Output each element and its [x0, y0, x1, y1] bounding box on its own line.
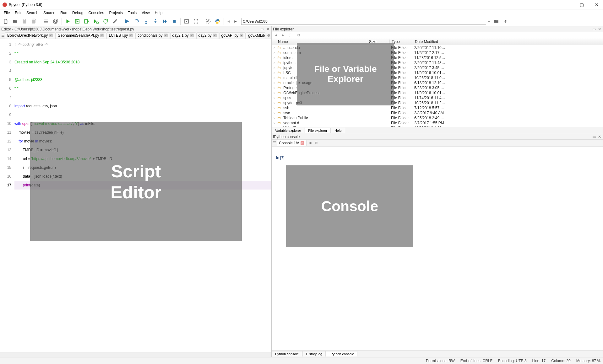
toolbar: @ ◄ ► C:\Users\jd2383 ▾ — [0, 16, 603, 26]
stop-debug-icon[interactable] — [170, 17, 179, 26]
menu-search[interactable]: Search — [24, 10, 41, 16]
run-cell-advance-icon[interactable] — [82, 17, 91, 26]
menu-help[interactable]: Help — [152, 10, 165, 16]
console-prompt: In [7]: — [276, 156, 285, 160]
step-return-icon[interactable] — [151, 17, 160, 26]
outline-icon[interactable] — [42, 17, 51, 26]
menu-run[interactable]: Run — [58, 10, 70, 16]
run-selection-icon[interactable] — [92, 17, 100, 26]
status-memory: Memory: 87 % — [576, 359, 600, 363]
nav-back-icon[interactable]: ◄ — [225, 18, 232, 24]
step-into-icon[interactable] — [142, 17, 150, 26]
tab-options-icon[interactable]: ⚙ — [266, 33, 271, 38]
options-icon[interactable]: ⚙ — [296, 33, 301, 38]
close-button[interactable]: ✕ — [593, 2, 600, 7]
minimize-button[interactable]: — — [563, 2, 570, 7]
overlay-file-explorer: File or Variable Explorer — [297, 43, 394, 105]
file-row[interactable]: ›🗀.VirtualBoxFile Folder10/25/2018 1:05… — [272, 126, 603, 127]
parent-dir-icon[interactable] — [501, 17, 510, 26]
undock-icon[interactable]: ▭ — [592, 27, 596, 31]
fullscreen-icon[interactable] — [192, 17, 200, 26]
configure-icon[interactable] — [111, 17, 119, 26]
console-bottom-tab[interactable]: IPython console — [326, 351, 357, 356]
maximize-button[interactable]: ▢ — [578, 2, 585, 7]
debug-icon[interactable] — [123, 17, 132, 26]
tab-list-icon[interactable]: ☰ — [1, 33, 5, 38]
editor-tab[interactable]: govXMLdownload.py✕ — [246, 32, 265, 39]
menu-debug[interactable]: Debug — [70, 10, 86, 16]
step-over-icon[interactable] — [132, 17, 141, 26]
new-file-icon[interactable] — [1, 17, 10, 26]
console-title: IPython console — [273, 135, 300, 139]
explorer-tab[interactable]: File explorer — [305, 128, 331, 133]
editor-tab[interactable]: GeonamesSearchAPI.py✕ — [55, 32, 106, 39]
code-editor[interactable]: 1234567891011121314151617 # -*- coding: … — [0, 39, 271, 352]
save-icon[interactable] — [20, 17, 29, 26]
close-tab-icon[interactable]: ✕ — [240, 34, 243, 37]
browse-icon[interactable] — [492, 17, 501, 26]
explorer-tab[interactable]: Help — [331, 128, 345, 133]
menu-projects[interactable]: Projects — [107, 10, 125, 16]
close-tab-icon[interactable]: ✕ — [129, 34, 133, 37]
svg-rect-7 — [173, 20, 176, 23]
run-cell-icon[interactable] — [73, 17, 82, 26]
menu-consoles[interactable]: Consoles — [86, 10, 106, 16]
run-icon[interactable] — [63, 17, 72, 26]
console-tab[interactable]: Console 1/A✕ — [277, 140, 307, 146]
stop-console-icon[interactable]: ■ — [308, 141, 312, 145]
status-eol: End-of-lines: CRLF — [460, 359, 492, 363]
close-tab-icon[interactable]: ✕ — [100, 34, 104, 37]
file-row[interactable]: ›🗀.Tableau PublicFile Folder6/25/2018 2:… — [272, 115, 603, 120]
open-file-icon[interactable] — [11, 17, 19, 26]
python-path-icon[interactable] — [213, 17, 222, 26]
close-tab-icon[interactable]: ✕ — [49, 34, 53, 37]
close-pane-icon[interactable]: ✕ — [266, 27, 270, 31]
svg-rect-0 — [24, 19, 25, 20]
close-tab-icon[interactable]: ✕ — [190, 34, 194, 37]
at-icon[interactable]: @ — [51, 17, 60, 26]
editor-tab[interactable]: conditionals.py✕ — [135, 32, 170, 39]
file-tree[interactable]: Name Size Type Date Modified ›🗀.anaconda… — [272, 38, 603, 127]
menu-file[interactable]: File — [1, 10, 12, 16]
console-options-icon[interactable]: ⚙ — [314, 141, 318, 145]
console-bottom-tab[interactable]: History log — [302, 351, 326, 356]
editor-tab[interactable]: day2.1.py✕ — [170, 32, 196, 39]
editor-tab[interactable]: govAPI.py✕ — [219, 32, 246, 39]
close-pane-icon[interactable]: ✕ — [597, 135, 602, 139]
save-all-icon[interactable] — [30, 17, 38, 26]
undock-icon[interactable]: ▭ — [260, 27, 264, 31]
console-bottom-tab[interactable]: Python console — [272, 351, 302, 356]
close-tab-icon[interactable]: ✕ — [164, 34, 168, 37]
titlebar: Spyder (Python 3.6) — ▢ ✕ — [0, 0, 603, 9]
tab-list-icon[interactable]: ☰ — [272, 141, 277, 145]
console-bottom-tabs: Python consoleHistory logIPython console — [272, 350, 603, 357]
svg-rect-4 — [125, 19, 126, 23]
editor-tab[interactable]: BorrowDirectNetwork.py✕ — [5, 32, 55, 39]
next-icon[interactable]: ► — [280, 33, 285, 38]
continue-icon[interactable] — [160, 17, 169, 26]
close-pane-icon[interactable]: ✕ — [597, 27, 602, 31]
file-row[interactable]: ›🗀.sshFile Folder7/12/2018 5:57 … — [272, 105, 603, 110]
file-row[interactable]: ›🗀.swcFile Folder3/8/2017 9:40 AM — [272, 110, 603, 115]
cwd-field[interactable]: C:\Users\jd2383 — [241, 18, 486, 25]
prev-icon[interactable]: ◄ — [274, 33, 279, 38]
menu-view[interactable]: View — [139, 10, 152, 16]
nav-fwd-icon[interactable]: ► — [232, 18, 239, 24]
menu-tools[interactable]: Tools — [125, 10, 139, 16]
col-date[interactable]: Date Modified — [413, 40, 603, 44]
rerun-icon[interactable] — [101, 17, 110, 26]
editor-tab[interactable]: LCTEST.py✕ — [106, 32, 135, 39]
editor-h-scrollbar[interactable] — [0, 352, 271, 357]
file-row[interactable]: ›🗀.vagrant.dFile Folder2/7/2017 1:55 PM — [272, 120, 603, 126]
file-explorer-toolbar: ◄ ► ⤴ ⚙ — [272, 32, 603, 38]
up-icon[interactable]: ⤴ — [287, 33, 292, 38]
close-tab-icon[interactable]: ✕ — [213, 34, 217, 37]
explorer-tab[interactable]: Variable explorer — [272, 128, 304, 133]
undock-icon[interactable]: ▭ — [592, 135, 596, 139]
menu-source[interactable]: Source — [41, 10, 58, 16]
editor-tab[interactable]: day2.py✕ — [196, 32, 219, 39]
console-output[interactable]: In [7]: Console — [272, 147, 603, 350]
max-pane-icon[interactable] — [182, 17, 191, 26]
preferences-icon[interactable] — [204, 17, 213, 26]
menu-edit[interactable]: Edit — [12, 10, 24, 16]
